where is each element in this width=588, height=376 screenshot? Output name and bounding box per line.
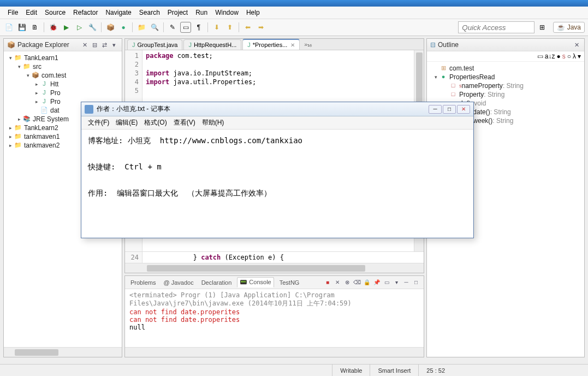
hide-local-icon[interactable]: λ [573,52,576,60]
new-icon[interactable]: 📄 [3,22,14,33]
bottom-tab-console[interactable]: 📟 Console [237,277,274,287]
hide-nonpublic-icon[interactable]: ○ [567,52,571,60]
notepad-window[interactable]: 作者：小坦克.txt - 记事本 ─ □ ✕ 文件(F)编辑(E)格式(O)查看… [81,102,474,238]
menu-run[interactable]: Run [192,8,211,17]
notepad-icon [85,105,93,114]
focus-icon[interactable]: ▭ [537,52,543,60]
notepad-menu-item[interactable]: 查看(V) [171,118,198,128]
outline-node[interactable]: □s nameProperty : String [428,81,583,90]
next-annotation-icon[interactable]: ⬇ [211,22,222,33]
menu-edit[interactable]: Edit [22,8,40,17]
separator [207,22,208,32]
tree-node[interactable]: ▾📦com.test [5,71,121,80]
outline-node[interactable]: ▾●PropertiesRead [428,73,583,81]
hide-fields-icon[interactable]: ● [557,52,561,60]
scroll-thumb[interactable] [15,349,58,356]
editor-tab[interactable]: JHttpRequestH... [183,39,241,50]
editor-tab[interactable]: JGroupTest.java [127,39,182,50]
link-editor-icon[interactable]: ⇄ [100,40,109,49]
open-perspective-icon[interactable]: ⊞ [537,22,548,33]
bottom-tab-javadoc[interactable]: @ Javadoc [161,278,195,287]
outline-node[interactable]: ⊞com.test [428,64,583,73]
quick-access-input[interactable] [458,21,534,33]
horizontal-scrollbar[interactable] [125,263,424,273]
open-type-icon[interactable]: 📁 [136,22,147,33]
tab-overflow[interactable]: »₁₆ [304,41,312,48]
bottom-tab-problems[interactable]: Problems [128,278,158,287]
view-title: Outline [438,41,571,49]
prev-annotation-icon[interactable]: ⬆ [224,22,235,33]
menu-source[interactable]: Source [41,8,69,17]
remove-launch-icon[interactable]: ✕ [333,278,342,287]
menu-window[interactable]: Window [212,8,242,17]
horizontal-scrollbar[interactable] [4,347,122,357]
notepad-menu-item[interactable]: 格式(O) [142,118,169,128]
minimize-icon[interactable]: ─ [402,278,411,287]
bottom-tab-declaration[interactable]: Declaration [199,278,234,287]
horizontal-scrollbar[interactable] [125,347,424,357]
close-view-icon[interactable]: ✕ [80,40,89,49]
separator [132,22,133,32]
console-toolbar: ■ ✕ ⊗ ⌫ 🔒 📌 ▭ ▾ ─ □ [323,278,420,287]
tree-node[interactable]: ▸JHtt [5,80,121,89]
close-view-icon[interactable]: ✕ [572,40,581,49]
bottom-tab-testng[interactable]: TestNG [277,278,302,287]
menu-navigate[interactable]: Navigate [102,8,134,17]
sort-icon[interactable]: a↓z [545,52,555,60]
notepad-menu-item[interactable]: 编辑(E) [114,118,140,128]
scroll-lock-icon[interactable]: 🔒 [363,278,371,287]
new-class-icon[interactable]: ● [118,22,129,33]
new-package-icon[interactable]: 📦 [105,22,116,33]
java-perspective-button[interactable]: ☕ Java [553,22,585,33]
view-menu-icon[interactable]: ▾ [110,40,118,49]
external-tools-icon[interactable]: 🔧 [87,22,98,33]
outline-node[interactable]: □Property : String [428,90,583,99]
hide-static-icon[interactable]: s [562,52,566,60]
run-last-icon[interactable]: ▷ [74,22,85,33]
menu-project[interactable]: Project [164,8,191,17]
toggle-block-icon[interactable]: ▭ [180,22,191,33]
run-icon[interactable]: ▶ [61,22,72,33]
terminate-icon[interactable]: ■ [323,278,332,287]
separator [239,22,239,32]
open-console-icon[interactable]: ▾ [392,278,401,287]
debug-icon[interactable]: 🐞 [47,22,58,33]
display-selected-icon[interactable]: ▭ [382,278,391,287]
forward-icon[interactable]: ➡ [256,22,266,33]
main-toolbar: 📄 💾 🗎 🐞 ▶ ▷ 🔧 📦 ● 📁 🔍 ✎ ▭ ¶ ⬇ ⬆ ⬅ ➡ ⊞ ☕ … [0,19,588,36]
menu-refactor[interactable]: Refactor [70,8,101,17]
status-insert: Smart Insert [370,365,418,376]
pin-console-icon[interactable]: 📌 [372,278,381,287]
toggle-mark-icon[interactable]: ✎ [167,22,178,33]
save-all-icon[interactable]: 🗎 [29,22,40,33]
maximize-icon[interactable]: □ [412,278,420,287]
clear-console-icon[interactable]: ⌫ [353,278,361,287]
scroll-thumb[interactable] [147,265,365,272]
notepad-menubar: 文件(F)编辑(E)格式(O)查看(V)帮助(H) [81,116,473,130]
tree-node[interactable]: ▾📁src [5,62,121,71]
search-icon[interactable]: 🔍 [149,22,160,33]
show-whitespace-icon[interactable]: ¶ [193,22,204,33]
tail-code[interactable]: } catch (Exception e) { [142,252,424,263]
notepad-menu-item[interactable]: 文件(F) [86,118,111,128]
console-output[interactable]: <terminated> Progr (1) [Java Application… [125,289,424,347]
save-icon[interactable]: 💾 [16,22,27,33]
minimize-button[interactable]: ─ [429,105,442,114]
notepad-titlebar[interactable]: 作者：小坦克.txt - 记事本 ─ □ ✕ [81,102,473,116]
menu-file[interactable]: File [4,8,21,17]
notepad-menu-item[interactable]: 帮助(H) [200,118,227,128]
tree-node[interactable]: ▸JPro [5,89,121,97]
notepad-body[interactable]: 博客地址: 小坦克 http://www.cnblogs.com/tankxia… [81,130,473,204]
view-menu-icon[interactable]: ▾ [578,52,581,60]
java-perspective-icon: ☕ [557,24,565,31]
remove-all-icon[interactable]: ⊗ [343,278,352,287]
maximize-button[interactable]: □ [443,105,456,114]
close-button[interactable]: ✕ [457,105,470,114]
window-titlebar [0,0,588,7]
editor-tab[interactable]: J*Properties...✕ [242,39,300,50]
menu-search[interactable]: Search [136,8,163,17]
tree-node[interactable]: ▾📁TankLearn1 [5,54,121,62]
back-icon[interactable]: ⬅ [242,22,253,33]
menu-help[interactable]: Help [243,8,263,17]
collapse-all-icon[interactable]: ⊟ [90,40,99,49]
